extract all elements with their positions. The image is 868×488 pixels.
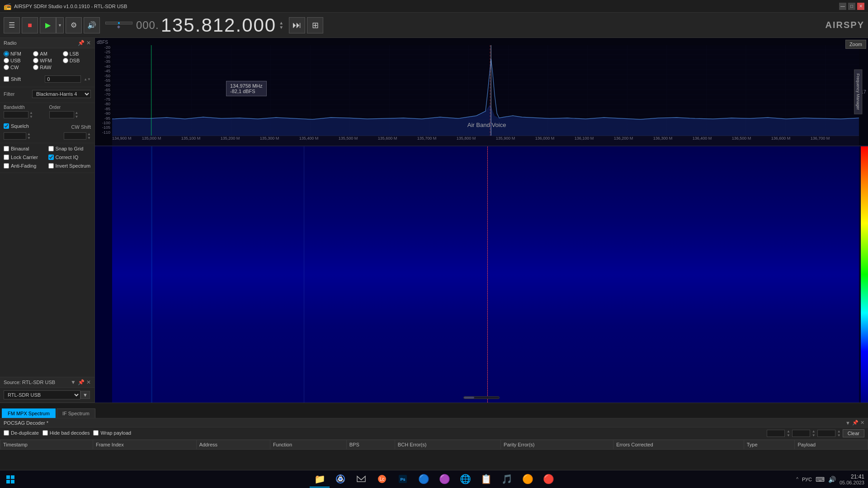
source-panel-controls[interactable]: ▼ 📌 ✕ bbox=[71, 379, 91, 385]
pocsag-pin[interactable]: 📌 bbox=[852, 420, 859, 426]
order-spinner[interactable]: ▲▼ bbox=[75, 111, 79, 119]
clear-button[interactable]: Clear bbox=[843, 429, 864, 437]
pocsag-spin2-arrows[interactable]: ▲▼ bbox=[812, 429, 816, 437]
pocsag-spin1[interactable]: 1 bbox=[767, 430, 785, 437]
maximize-button[interactable]: □ bbox=[848, 3, 855, 10]
pocsag-dropdown[interactable]: ▼ bbox=[845, 420, 850, 426]
taskbar-audio-icon[interactable]: 🔊 bbox=[828, 476, 836, 483]
waterfall-scrollbar[interactable] bbox=[463, 396, 500, 399]
mode-usb[interactable]: USB bbox=[4, 58, 32, 63]
pocsag-header-controls[interactable]: ▼ 📌 ✕ bbox=[845, 420, 864, 426]
taskbar-chevron[interactable]: ^ bbox=[796, 477, 798, 482]
taskbar-app-app6[interactable]: 🎵 bbox=[497, 471, 517, 488]
source-device-select[interactable]: RTL-SDR USB bbox=[4, 390, 80, 399]
anti-fading-checkbox[interactable] bbox=[4, 163, 9, 169]
anti-fading-label[interactable]: Anti-Fading bbox=[11, 163, 36, 169]
freq-up-arrow[interactable]: ▲ bbox=[279, 21, 283, 25]
lock-carrier-label[interactable]: Lock Carrier bbox=[11, 155, 38, 160]
menu-button[interactable]: ☰ bbox=[4, 17, 20, 33]
taskbar-app-app4[interactable]: 🌐 bbox=[455, 471, 475, 488]
zoom-button[interactable]: Zoom bbox=[845, 40, 866, 49]
squelch-checkbox[interactable] bbox=[4, 123, 9, 129]
shift-value[interactable] bbox=[45, 75, 81, 83]
order-value[interactable]: 1.010 bbox=[49, 111, 74, 118]
squelch-label[interactable]: Squelch bbox=[11, 123, 29, 129]
radio-panel-pin[interactable]: 📌 bbox=[78, 40, 85, 46]
invert-spectrum-label[interactable]: Invert Spectrum bbox=[56, 163, 91, 169]
tab-fm-mpx[interactable]: FM MPX Spectrum bbox=[2, 408, 56, 418]
taskbar-app-app7[interactable]: 🟠 bbox=[518, 471, 538, 488]
source-device-dropdown[interactable]: ▼ bbox=[80, 391, 90, 399]
binaural-label[interactable]: Binaural bbox=[11, 146, 29, 151]
pocsag-close[interactable]: ✕ bbox=[860, 420, 864, 426]
snap-to-grid-label[interactable]: Snap to Grid bbox=[56, 146, 84, 151]
mode-raw-label[interactable]: RAW bbox=[40, 65, 51, 70]
source-panel-close[interactable]: ✕ bbox=[86, 379, 91, 385]
deduplicate-checkbox[interactable] bbox=[4, 430, 9, 436]
pocsag-spin2[interactable]: 1 bbox=[792, 430, 810, 437]
shift-checkbox[interactable] bbox=[4, 76, 9, 82]
binaural-checkbox[interactable] bbox=[4, 146, 9, 151]
snap-to-grid-checkbox[interactable] bbox=[48, 146, 54, 151]
taskbar-app-app1[interactable]: Lc bbox=[372, 471, 392, 488]
hide-bad-checkbox[interactable] bbox=[42, 430, 48, 436]
deduplicate-label[interactable]: De-duplicate bbox=[11, 430, 39, 436]
filter-select[interactable]: Blackman-Harris 4 bbox=[32, 90, 91, 98]
freq-down-arrow[interactable]: ▼ bbox=[279, 25, 283, 30]
pocsag-spin3[interactable]: 1 bbox=[817, 430, 835, 437]
freq-stepper[interactable]: ▲ ▼ bbox=[279, 21, 283, 30]
squelch-value[interactable]: 50 bbox=[4, 132, 26, 140]
taskbar-app-app8[interactable]: 🔴 bbox=[538, 471, 558, 488]
frequency-manager-tab[interactable]: Frequency Manager bbox=[854, 70, 863, 114]
mode-am-label[interactable]: AM bbox=[40, 51, 47, 56]
cw-shift-spinner[interactable]: ▲▼ bbox=[87, 132, 91, 140]
mode-lsb[interactable]: LSB bbox=[63, 51, 91, 56]
hide-bad-label[interactable]: Hide bad decodes bbox=[50, 430, 90, 436]
mode-nfm[interactable]: NFM bbox=[4, 51, 32, 56]
cw-shift-value[interactable]: 1.000 bbox=[64, 132, 86, 140]
correct-iq-label[interactable]: Correct IQ bbox=[56, 155, 79, 160]
correct-iq-checkbox[interactable] bbox=[48, 155, 54, 160]
mode-am[interactable]: AM bbox=[33, 51, 61, 56]
mode-cw[interactable]: CW bbox=[4, 65, 32, 70]
settings-button[interactable]: ⚙ bbox=[66, 17, 82, 33]
squelch-spinner[interactable]: ▲▼ bbox=[27, 132, 31, 140]
source-panel-dropdown[interactable]: ▼ bbox=[71, 379, 76, 385]
taskbar-app-app2[interactable]: 🔵 bbox=[414, 471, 434, 488]
bandwidth-spinner[interactable]: ▲▼ bbox=[29, 111, 33, 119]
taskbar-app-app5[interactable]: 📋 bbox=[476, 471, 496, 488]
pocsag-spin3-arrows[interactable]: ▲▼ bbox=[837, 429, 841, 437]
radio-panel-close[interactable]: ✕ bbox=[86, 40, 91, 46]
audio-button[interactable]: 🔊 bbox=[84, 17, 100, 33]
taskbar-app-mail[interactable] bbox=[351, 471, 371, 488]
freq-main[interactable]: 135.812.000 bbox=[161, 14, 277, 36]
pocsag-spin1-arrows[interactable]: ▲▼ bbox=[787, 429, 790, 437]
wrap-payload-label[interactable]: Wrap payload bbox=[100, 430, 131, 436]
mode-raw[interactable]: RAW bbox=[33, 65, 61, 70]
mode-lsb-label[interactable]: LSB bbox=[70, 51, 79, 56]
minimize-button[interactable]: — bbox=[839, 3, 846, 10]
source-panel-pin[interactable]: 📌 bbox=[78, 379, 85, 385]
mode-nfm-label[interactable]: NFM bbox=[10, 51, 21, 56]
stop-button[interactable]: ■ bbox=[22, 17, 38, 33]
radio-panel-controls[interactable]: 📌 ✕ bbox=[78, 40, 91, 46]
shift-spinner[interactable]: ▲▼ bbox=[84, 77, 91, 81]
titlebar-controls[interactable]: — □ ✕ bbox=[839, 3, 864, 10]
close-button[interactable]: ✕ bbox=[857, 3, 864, 10]
invert-spectrum-checkbox[interactable] bbox=[48, 163, 54, 169]
mode-wfm[interactable]: WFM bbox=[33, 58, 61, 63]
taskbar-app-app3[interactable]: 🟣 bbox=[434, 471, 454, 488]
mode-usb-label[interactable]: USB bbox=[10, 58, 21, 63]
wrap-payload-checkbox[interactable] bbox=[93, 430, 99, 436]
taskbar-app-ps[interactable]: Ps bbox=[393, 471, 413, 488]
tab-if-spectrum[interactable]: IF Spectrum bbox=[57, 408, 95, 418]
mode-dsb[interactable]: DSB bbox=[63, 58, 91, 63]
mode-wfm-label[interactable]: WFM bbox=[40, 58, 52, 63]
bandwidth-value[interactable]: 8.000 bbox=[4, 111, 28, 118]
center-button[interactable]: ⊞ bbox=[307, 17, 323, 33]
taskbar-keyboard-icon[interactable]: ⌨ bbox=[816, 476, 825, 483]
mode-cw-label[interactable]: CW bbox=[10, 65, 19, 70]
play-dropdown-arrow[interactable]: ▼ bbox=[56, 17, 64, 33]
play-button[interactable]: ▶ bbox=[40, 17, 56, 33]
lock-carrier-checkbox[interactable] bbox=[4, 155, 9, 160]
